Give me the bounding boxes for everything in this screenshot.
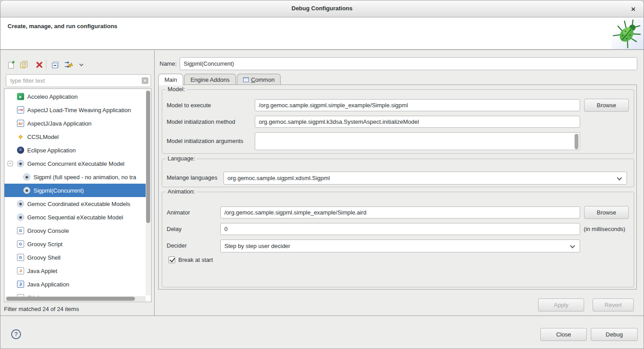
groovy-icon: G (17, 240, 24, 248)
tree-item-label: Eclipse Application (27, 147, 76, 154)
tab-engine-addons[interactable]: Engine Addons (184, 74, 236, 85)
tree-item-label: Groovy Shell (27, 254, 60, 261)
close-button[interactable]: Close (540, 328, 587, 341)
delete-configuration-icon[interactable] (34, 59, 45, 71)
tree-item-label: Sigpml (full speed - no animation, no tr… (34, 174, 136, 181)
tree-item[interactable]: JJava Applet (4, 264, 147, 278)
tree-rows: ▶Acceleo ApplicationLTWAspectJ Load-Time… (4, 90, 147, 297)
dialog-footer: ? Close Debug (0, 315, 644, 349)
acceleo-icon: ▶ (17, 93, 24, 100)
help-icon[interactable]: ? (11, 329, 21, 339)
tree-item-label: AspectJ/Java Application (27, 120, 92, 127)
apply-button[interactable]: Apply (538, 299, 584, 311)
bug-icon (611, 18, 644, 49)
tree-item-label: Sigpml(Concurrent) (34, 187, 84, 194)
melange-languages-combo[interactable]: org.gemoc.sample.sigpml.xdsml.Sigpml (223, 172, 627, 185)
chevron-down-icon (617, 175, 622, 180)
window-title: Debug Configurations (0, 5, 644, 12)
ccsl-icon: ❖ (17, 133, 24, 140)
delay-input[interactable] (220, 223, 580, 235)
scrollbar-thumb[interactable] (146, 91, 150, 223)
sidebar: × ▶Acceleo ApplicationLTWAspectJ Load-Ti… (0, 50, 155, 315)
model-init-arguments-textarea[interactable] (255, 132, 580, 150)
animator-label: Animator (167, 209, 190, 216)
animator-input[interactable] (220, 206, 580, 219)
tab-bar: MainEngine AddonsCommon (158, 74, 282, 85)
tree-item-label: AspectJ Load-Time Weaving Application (27, 107, 131, 114)
name-label: Name: (160, 60, 177, 67)
tree-item[interactable]: ◉Sigpml(Concurrent) (4, 184, 147, 197)
aspectj-java-icon: AJ (17, 120, 24, 127)
tree-vertical-scrollbar[interactable] (146, 90, 151, 295)
tab-main[interactable]: Main (158, 74, 183, 85)
chevron-down-icon (570, 243, 575, 248)
tree-item[interactable]: GGroovy Script (4, 237, 147, 251)
tree-item-label: Java Applet (27, 268, 57, 274)
tree-item[interactable]: AJAspectJ/Java Application (4, 117, 147, 130)
tree-item[interactable]: ◉Gemoc Sequential eXecutable Model (4, 210, 147, 224)
eclipse-icon: ≡ (17, 147, 24, 154)
break-at-start-checkbox[interactable] (168, 256, 175, 263)
toolbar-menu-chevron-icon[interactable] (76, 59, 87, 71)
debug-configurations-dialog: Debug Configurations × Create, manage, a… (0, 0, 644, 349)
filter-field: × (6, 74, 151, 87)
expander-minus-icon[interactable]: − (8, 161, 13, 166)
header-banner: Create, manage, and run configurations (0, 17, 644, 50)
tab-common[interactable]: Common (237, 74, 281, 85)
scrollbar-thumb[interactable] (6, 297, 135, 301)
browse-model-button[interactable]: Browse (584, 99, 629, 112)
model-to-execute-input[interactable] (255, 99, 580, 111)
model-init-method-label: Model initialization method (167, 118, 235, 125)
tree-item[interactable]: ◉Gemoc Coordinated eXecutable Models (4, 197, 147, 210)
revert-button[interactable]: Revert (593, 299, 634, 311)
tree-item[interactable]: ▶Acceleo Application (4, 90, 147, 103)
titlebar: Debug Configurations × (0, 0, 644, 17)
groovy-icon: G (17, 227, 24, 234)
main-tab-panel: Model: Model to execute Browse Model ini… (158, 84, 637, 290)
tree-item[interactable]: ❖CCSLModel (4, 130, 147, 143)
melange-languages-value: org.gemoc.sample.sigpml.xdsml.Sigpml (227, 175, 330, 181)
collapse-all-icon[interactable] (50, 59, 61, 71)
tab-label: Main (164, 76, 177, 83)
tree-item[interactable]: JJava Application (4, 278, 147, 291)
tree-item[interactable]: GGroovy Shell (4, 251, 147, 264)
new-configuration-icon[interactable] (6, 59, 17, 71)
clear-filter-icon[interactable]: × (142, 77, 148, 84)
melange-languages-label: Melange languages (167, 174, 217, 181)
filter-launch-configurations-icon[interactable] (63, 59, 75, 71)
decider-value: Step by step user decider (224, 243, 290, 249)
tree-horizontal-scrollbar[interactable] (5, 296, 146, 301)
sidebar-toolbar (0, 52, 154, 72)
filter-match-status: Filter matched 24 of 24 items (4, 306, 79, 312)
tab-label: Engine Addons (190, 76, 229, 83)
tree-item[interactable]: ◉Sigpml (full speed - no animation, no t… (4, 170, 147, 184)
tree-item[interactable]: ≡Eclipse Application (4, 143, 147, 157)
gemoc-icon: ◉ (17, 214, 24, 221)
animation-group-title: Animation: (166, 188, 197, 195)
java-applet-icon: J (17, 267, 24, 274)
model-init-method-input[interactable] (255, 116, 580, 128)
filter-input[interactable] (6, 74, 151, 87)
delay-units-label: (in milliseconds) (584, 226, 625, 232)
close-icon[interactable]: × (627, 4, 639, 15)
duplicate-configuration-icon[interactable] (18, 59, 30, 71)
animation-group: Animation: Animator Browse Delay (in mil… (162, 192, 634, 287)
model-to-execute-label: Model to execute (167, 102, 211, 109)
debug-button[interactable]: Debug (591, 328, 638, 341)
table-icon (243, 77, 249, 82)
tree-item[interactable]: −◉Gemoc Concurrent eXecutable Model (4, 157, 147, 170)
gemoc-icon: ◉ (17, 160, 24, 167)
aspectj-ltw-icon: LTW (17, 106, 24, 114)
name-input[interactable] (180, 57, 637, 70)
java-application-icon: J (17, 281, 24, 288)
textarea-scrollbar[interactable] (574, 134, 579, 149)
model-group-title: Model: (166, 86, 187, 93)
scrollbar-thumb[interactable] (575, 134, 578, 149)
toolbar-separator (46, 60, 46, 70)
decider-combo[interactable]: Step by step user decider (220, 240, 580, 252)
browse-animator-button[interactable]: Browse (584, 206, 629, 219)
tree-item[interactable]: LTWAspectJ Load-Time Weaving Application (4, 103, 147, 117)
tree-item[interactable]: GGroovy Console (4, 224, 147, 237)
gemoc-icon: ◉ (17, 200, 24, 207)
tree-item-label: Acceleo Application (27, 93, 78, 100)
